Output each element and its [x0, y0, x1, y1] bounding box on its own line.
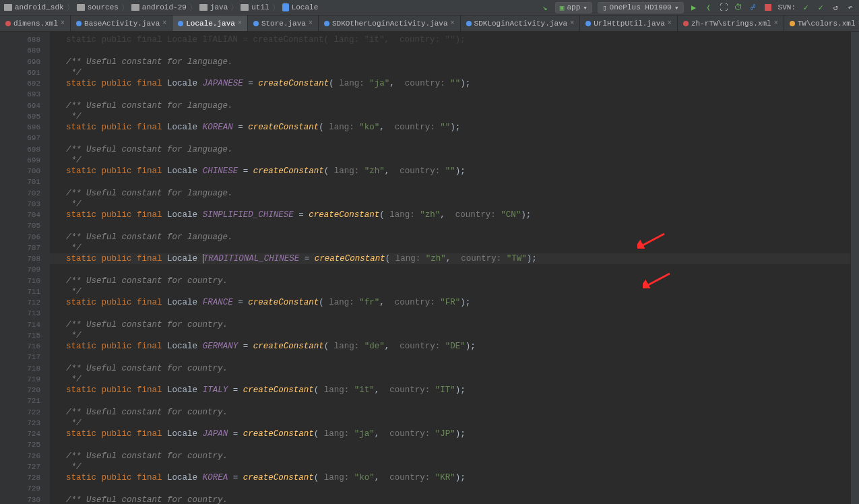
code-line: static public final Locale ITALY = creat… [50, 385, 850, 396]
tab-label: BaseActivity.java [84, 20, 160, 28]
breadcrumb-item[interactable]: android-29 [131, 3, 187, 11]
line-number: 712 [0, 297, 40, 308]
close-icon[interactable]: × [61, 20, 65, 27]
breadcrumb-item[interactable]: android_sdk [4, 3, 64, 11]
code-line: /** Useful constant for language. [50, 57, 850, 67]
tab-label: Locale.java [186, 20, 235, 28]
line-number: 722 [0, 407, 40, 418]
code-line [50, 483, 850, 494]
line-number: 697 [0, 133, 40, 144]
close-icon[interactable]: × [668, 20, 672, 27]
close-icon[interactable]: × [162, 20, 166, 27]
code-line: /** Useful constant for country. [50, 319, 850, 330]
line-number: 698 [0, 144, 40, 155]
breadcrumb-item[interactable]: util [241, 3, 269, 11]
svn-commit-icon[interactable]: ✓ [816, 3, 825, 12]
code-line: /** Useful constant for country. [50, 363, 850, 374]
close-icon[interactable]: × [774, 20, 778, 27]
breadcrumb-item[interactable]: java [199, 3, 228, 11]
code-line: static public final Locale FRANCE = crea… [50, 297, 850, 308]
line-number: 699 [0, 155, 40, 166]
code-line: */ [50, 67, 850, 78]
line-number: 720 [0, 385, 40, 396]
toolbar-right: ↘ ▣ app ▾ ▯ OnePlus HD1900 ▾ ▶ ❬ ⛶ ⏱ ☍ S… [540, 2, 855, 13]
ide-window: android_sdk〉sources〉android-29〉java〉util… [0, 0, 859, 504]
code-line [50, 308, 850, 319]
file-type-icon [466, 21, 472, 26]
svn-history-icon[interactable]: ↺ [831, 3, 840, 12]
breadcrumb: android_sdk〉sources〉android-29〉java〉util… [4, 3, 318, 13]
close-icon[interactable]: × [309, 20, 313, 27]
editor-tab[interactable]: Store.java× [248, 15, 319, 31]
file-type-icon [683, 21, 689, 26]
run-icon[interactable]: ▶ [689, 3, 699, 12]
line-number: 700 [0, 166, 40, 177]
run-config-label: app [567, 3, 580, 11]
breadcrumb-item[interactable]: Locale [282, 3, 319, 11]
close-icon[interactable]: × [570, 20, 574, 27]
attach-debugger-icon[interactable]: ☍ [749, 3, 758, 12]
code-line: /** Useful constant for country. [50, 276, 850, 286]
line-number: 696 [0, 122, 40, 133]
device-selector[interactable]: ▯ OnePlus HD1900 ▾ [598, 2, 684, 13]
breadcrumb-separator: 〉 [272, 3, 280, 13]
phone-icon: ▯ [602, 3, 607, 12]
code-line: */ [50, 111, 850, 122]
code-line: /** Useful constant for language. [50, 144, 850, 155]
build-icon[interactable]: ↘ [540, 3, 550, 12]
tab-label: TW\colors.xml [798, 20, 856, 28]
profiler-icon[interactable]: ⏱ [734, 3, 743, 12]
editor-tab[interactable]: SDKLoginActivity.java× [461, 15, 581, 31]
code-line: /** Useful constant for country. [50, 451, 850, 462]
debug-icon[interactable]: ❬ [704, 3, 713, 12]
tab-label: dimens.xml [13, 20, 58, 28]
chevron-down-icon: ▾ [583, 3, 587, 12]
coverage-icon[interactable]: ⛶ [719, 3, 728, 12]
stop-icon[interactable] [763, 3, 773, 12]
breadcrumb-label: sources [88, 3, 119, 11]
run-config-selector[interactable]: ▣ app ▾ [555, 2, 592, 13]
code-line: */ [50, 374, 850, 385]
code-line: */ [50, 462, 850, 472]
line-number: 728 [0, 472, 40, 483]
editor-tab[interactable]: UrlHttpUtil.java× [580, 15, 678, 31]
svn-update-icon[interactable]: ✓ [801, 3, 810, 12]
editor-tab[interactable]: Locale.java× [172, 15, 248, 31]
svn-revert-icon[interactable]: ↶ [846, 3, 855, 12]
close-icon[interactable]: × [238, 20, 242, 27]
line-number: 726 [0, 451, 40, 462]
code-area[interactable]: static public final Locale ITALIAN = cre… [50, 32, 850, 504]
folder-icon [77, 4, 85, 11]
breadcrumb-label: Locale [292, 3, 319, 11]
line-number: 689 [0, 45, 40, 56]
file-type-icon [5, 21, 11, 26]
editor-tab[interactable]: zh-rTW\strings.xml× [678, 15, 784, 31]
code-line [50, 177, 850, 187]
code-line: static public final Locale KOREAN = crea… [50, 122, 850, 133]
editor-tab[interactable]: BaseActivity.java× [71, 15, 172, 31]
code-line: /** Useful constant for language. [50, 232, 850, 243]
tab-label: zh-rTW\strings.xml [691, 20, 771, 28]
tab-label: SDKLoginActivity.java [474, 20, 568, 28]
editor-tab[interactable]: SDKOtherLoginActivity.java× [319, 15, 461, 31]
line-number: 715 [0, 330, 40, 341]
close-icon[interactable]: × [451, 20, 455, 27]
file-type-icon [324, 21, 329, 26]
code-line: static public final Locale JAPAN = creat… [50, 429, 850, 439]
editor: 6886896906916926936946956966976986997007… [0, 32, 859, 504]
code-line [50, 89, 850, 100]
line-number: 695 [0, 111, 40, 122]
device-label: OnePlus HD1900 [610, 3, 672, 11]
scrollbar-vertical[interactable] [850, 32, 859, 504]
code-line: */ [50, 155, 850, 166]
tab-label: SDKOtherLoginActivity.java [332, 20, 448, 28]
code-line: /** Useful constant for country. [50, 407, 850, 418]
file-type-icon [253, 21, 259, 26]
breadcrumb-item[interactable]: sources [77, 3, 119, 11]
tab-label: UrlHttpUtil.java [594, 20, 665, 28]
editor-tab[interactable]: dimens.xml× [0, 15, 71, 31]
code-line: static public final Locale ITALIAN = cre… [50, 34, 850, 45]
svn-label: SVN: [778, 3, 796, 11]
editor-tab[interactable]: TW\colors.xml× [784, 15, 859, 31]
breadcrumb-label: java [210, 3, 228, 11]
